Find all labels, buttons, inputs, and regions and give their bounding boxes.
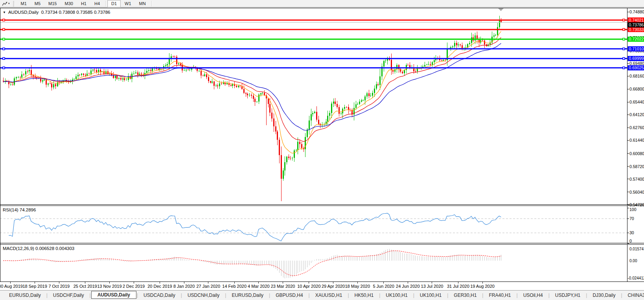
chart-tab-uk100-h1[interactable]: UK100,H1: [415, 291, 447, 299]
svg-text:0.015741: 0.015741: [629, 247, 644, 251]
hline-handle[interactable]: [3, 28, 5, 30]
price-chart-svg[interactable]: 0.748800.735200.721600.708000.694800.681…: [0, 0, 644, 300]
chart-tab-gbpusd-h4[interactable]: GBPUSD,H4: [270, 291, 308, 299]
svg-text:27 Jan 2020: 27 Jan 2020: [196, 284, 220, 289]
hline-handle[interactable]: [623, 48, 625, 50]
chart-title-symbol: AUDUSD,Daily: [8, 10, 39, 15]
svg-text:0.74880: 0.74880: [629, 9, 644, 14]
rsi-panel: 10070300: [0, 207, 637, 243]
svg-text:0.56040: 0.56040: [629, 190, 644, 194]
hline-handle[interactable]: [623, 38, 625, 40]
hline-handle[interactable]: [3, 57, 5, 59]
hline-handle[interactable]: [623, 28, 625, 30]
svg-text:100: 100: [629, 207, 637, 212]
svg-text:0.66800: 0.66800: [629, 87, 644, 91]
svg-text:0.57400: 0.57400: [629, 177, 644, 181]
chart-title: ▼AUDUSD,Daily 0.73734 0.73808 0.73585 0.…: [3, 10, 110, 15]
svg-text:4 Mar 2020: 4 Mar 2020: [248, 284, 270, 289]
svg-text:13 Nov 2019: 13 Nov 2019: [97, 284, 121, 289]
macd-indicator-label: MACD(12,26,9) 0.006528 0.004303: [3, 246, 74, 251]
hline-handle[interactable]: [623, 67, 625, 69]
svg-text:31 Jul 2020: 31 Jul 2020: [447, 284, 469, 289]
svg-text:0.69999: 0.69999: [629, 56, 644, 61]
svg-text:0: 0: [629, 239, 632, 243]
hline-handle[interactable]: [3, 38, 5, 40]
ma-34-line: [3, 43, 501, 130]
chart-tab-eurusd-daily[interactable]: EURUSD,Daily: [4, 291, 46, 299]
hline-handle[interactable]: [623, 57, 625, 59]
chart-tab-fra40-h1[interactable]: FRA40,H1: [484, 291, 516, 299]
macd-panel: [3, 249, 501, 278]
chart-tab-eurusd-daily[interactable]: EURUSD,Daily: [226, 291, 269, 299]
svg-text:0.69025: 0.69025: [629, 65, 644, 70]
symbol-dropdown-icon[interactable]: ▼: [3, 11, 6, 14]
hline-handle[interactable]: [3, 48, 5, 50]
svg-text:14 Feb 2020: 14 Feb 2020: [222, 284, 247, 289]
svg-text:0.71010: 0.71010: [629, 46, 644, 51]
svg-text:0.73786: 0.73786: [629, 22, 644, 27]
current-price-marker: 0.73786: [0, 22, 644, 28]
chart-tab-usdcad-daily[interactable]: USDCAD,Daily: [138, 291, 180, 299]
svg-text:0.68160: 0.68160: [629, 74, 644, 78]
chart-tab-ger30-h1[interactable]: GER30,H1: [449, 291, 482, 299]
chart-tab-usdcnh-daily[interactable]: USDCNH,Daily: [182, 291, 224, 299]
chart-tab-bar: EURUSD,Daily|USDCHF,Daily|AUDUSD,Daily|U…: [0, 290, 644, 300]
svg-text:13 Jul 2020: 13 Jul 2020: [421, 284, 443, 289]
candlestick-series: [3, 16, 502, 201]
chart-title-ohlc: 0.73734 0.73808 0.73585 0.73786: [41, 10, 110, 15]
svg-text:70: 70: [629, 216, 634, 221]
svg-text:0.00: 0.00: [629, 259, 637, 263]
chart-tab-dj30-daily[interactable]: DJ30,Daily: [587, 291, 620, 299]
chart-tab-audusd-daily[interactable]: AUDUSD,Daily: [91, 291, 136, 299]
rsi-indicator-label: RSI(14) 74.2896: [3, 207, 36, 212]
chart-tab-usoil-h4[interactable]: USOil,H4: [518, 291, 548, 299]
svg-text:-0.024412: -0.024412: [628, 276, 644, 280]
chart-shift-marker-icon[interactable]: [498, 8, 504, 11]
horizontal-lines: 0.740210.730330.720220.710100.699990.690…: [0, 17, 644, 70]
svg-text:19 Aug 2020: 19 Aug 2020: [470, 284, 495, 289]
svg-text:2 Dec 2019: 2 Dec 2019: [123, 284, 145, 289]
chart-tab-hk50-h1[interactable]: HK50,H1: [350, 291, 379, 299]
hline-handle[interactable]: [623, 19, 625, 21]
svg-text:24 Jun 2020: 24 Jun 2020: [396, 284, 420, 289]
svg-text:0.58720: 0.58720: [629, 164, 644, 169]
chart-tab-uk100-h1[interactable]: UK100,H1: [381, 291, 412, 299]
svg-text:20 Dec 2019: 20 Dec 2019: [147, 284, 172, 289]
chart-tab-usdjpy-h1[interactable]: USDJPY,H1: [550, 291, 585, 299]
hline-handle[interactable]: [3, 19, 5, 21]
svg-text:8 Jan 2020: 8 Jan 2020: [173, 284, 195, 289]
svg-text:18 May 2020: 18 May 2020: [345, 284, 370, 289]
svg-text:0.74021: 0.74021: [629, 18, 644, 22]
date-axis: 30 Aug 201918 Sep 20197 Oct 201925 Oct 2…: [0, 282, 495, 289]
svg-text:0.65440: 0.65440: [629, 100, 644, 104]
chart-tab-xauusd-h1[interactable]: XAUUSD,H1: [310, 291, 348, 299]
svg-text:10 Apr 2020: 10 Apr 2020: [297, 284, 320, 289]
moving-average-lines: [3, 31, 501, 154]
ma-20-line: [3, 37, 501, 141]
macd-axis: 0.0157410.00-0.024412: [628, 247, 644, 281]
svg-text:0.60080: 0.60080: [629, 151, 644, 156]
svg-text:30 Aug 2019: 30 Aug 2019: [0, 284, 23, 289]
rsi-line: [9, 213, 501, 241]
svg-text:0.64120: 0.64120: [629, 112, 644, 117]
svg-text:0.72022: 0.72022: [629, 37, 644, 41]
svg-text:0.62760: 0.62760: [629, 125, 644, 130]
svg-text:0.61440: 0.61440: [629, 138, 644, 143]
ma-9-line: [3, 31, 501, 154]
svg-text:18 Sep 2019: 18 Sep 2019: [22, 284, 47, 289]
chart-tab-china300-h1[interactable]: CHINA300,H1: [623, 291, 644, 299]
chart-tab-usdchf-daily[interactable]: USDCHF,Daily: [48, 291, 89, 299]
hline-handle[interactable]: [3, 67, 5, 69]
svg-text:5 Jun 2020: 5 Jun 2020: [373, 284, 394, 289]
svg-text:0.73033: 0.73033: [629, 27, 644, 32]
shift-marker: [498, 8, 504, 11]
mt4-window: ▾ M1M5M15M30H1H4D1W1MN 0.748800.735200.7…: [0, 0, 644, 300]
svg-text:25 Oct 2019: 25 Oct 2019: [74, 284, 97, 289]
svg-text:7 Oct 2019: 7 Oct 2019: [48, 284, 70, 289]
svg-text:30: 30: [629, 230, 634, 235]
svg-text:29 Apr 2020: 29 Apr 2020: [322, 284, 345, 289]
svg-text:23 Mar 2020: 23 Mar 2020: [271, 284, 295, 289]
